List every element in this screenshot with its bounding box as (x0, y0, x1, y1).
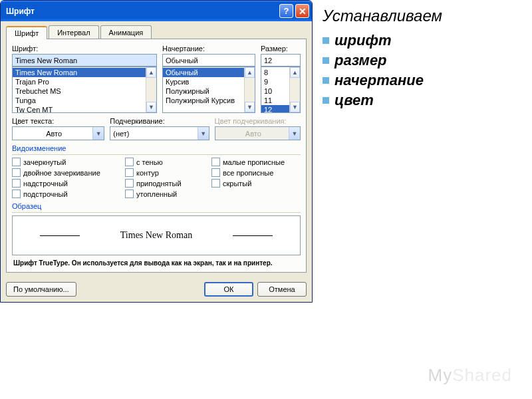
chevron-down-icon: ▼ (289, 127, 300, 140)
checkbox-icon (125, 179, 134, 188)
baseline-icon (233, 235, 273, 236)
scrollbar[interactable]: ▲ ▼ (146, 67, 156, 112)
checkbox-icon (211, 168, 220, 177)
check-outline[interactable]: контур (125, 168, 205, 177)
bullet-icon (323, 97, 329, 104)
slide-text: Устанавливаем шрифт размер начертание цв… (313, 0, 532, 399)
preview-text: Times New Roman (120, 230, 192, 241)
sample-section-label: Образец (12, 202, 301, 210)
font-hint: Шрифт TrueType. Он используется для выво… (13, 259, 301, 267)
tab-animation[interactable]: Анимация (100, 25, 152, 39)
chevron-down-icon[interactable]: ▼ (92, 127, 104, 140)
checkbox-icon (12, 158, 21, 166)
window-title: Шрифт (6, 7, 277, 16)
list-item[interactable]: Обычный (163, 68, 255, 77)
tab-interval[interactable]: Интервал (49, 25, 98, 39)
divider (12, 212, 301, 213)
tab-strip: Шрифт Интервал Анимация (6, 25, 307, 39)
cancel-button[interactable]: Отмена (257, 282, 307, 297)
list-item[interactable]: Times New Roman (13, 68, 156, 77)
list-item[interactable]: Курсив (163, 77, 255, 86)
tab-label: Анимация (109, 29, 144, 37)
slide-title: Устанавливаем (323, 7, 529, 25)
scroll-up-icon[interactable]: ▲ (146, 67, 156, 78)
text-color-combo[interactable]: Авто ▼ (12, 126, 104, 140)
list-item[interactable]: Trebuchet MS (13, 86, 156, 96)
watermark: MyShared (428, 365, 512, 386)
underline-label: Подчеркивание: (110, 117, 209, 125)
size-label: Размер: (261, 45, 301, 53)
check-strike[interactable]: зачеркнутый (12, 158, 118, 166)
tab-label: Интервал (57, 29, 90, 37)
ok-button[interactable]: ОК (204, 282, 253, 297)
preview-box: Times New Roman (12, 215, 301, 255)
combo-value: Авто (15, 130, 92, 138)
chevron-down-icon[interactable]: ▼ (198, 127, 209, 140)
check-smallcaps[interactable]: малые прописные (211, 158, 298, 166)
combo-value: Авто (218, 130, 289, 138)
check-shadow[interactable]: с тенью (125, 158, 205, 166)
slide-item: шрифт (323, 32, 529, 49)
size-input[interactable] (261, 54, 301, 66)
checkbox-icon (211, 158, 220, 166)
default-button[interactable]: По умолчанию... (6, 282, 76, 297)
slide-item: начертание (323, 72, 529, 89)
checkbox-icon (125, 158, 134, 166)
scrollbar[interactable]: ▲ ▼ (244, 67, 255, 112)
check-double-strike[interactable]: двойное зачеркивание (12, 168, 118, 177)
scroll-down-icon[interactable]: ▼ (245, 102, 255, 112)
bullet-icon (323, 57, 329, 64)
list-item[interactable]: Tw Cen MT (13, 105, 156, 112)
checkbox-icon (125, 168, 134, 177)
scroll-up-icon[interactable]: ▲ (290, 67, 300, 78)
baseline-icon (40, 235, 80, 236)
effects-section-label: Видоизменение (12, 144, 301, 152)
check-superscript[interactable]: надстрочный (12, 179, 118, 188)
dialog-buttons: По умолчанию... ОК Отмена (1, 278, 312, 302)
checkbox-icon (12, 190, 21, 198)
combo-value: (нет) (113, 130, 197, 138)
text-color-label: Цвет текста: (12, 117, 104, 125)
font-listbox[interactable]: Times New Roman Trajan Pro Trebuchet MS … (12, 66, 157, 113)
slide-item: размер (323, 52, 529, 69)
scroll-down-icon[interactable]: ▼ (146, 102, 156, 112)
close-icon: ✕ (299, 6, 307, 17)
underline-color-label: Цвет подчеркивания: (215, 117, 301, 125)
scrollbar[interactable]: ▲ ▼ (289, 67, 300, 112)
close-button[interactable]: ✕ (295, 4, 309, 18)
style-listbox[interactable]: Обычный Курсив Полужирный Полужирный Кур… (162, 66, 255, 113)
check-allcaps[interactable]: все прописные (211, 168, 298, 177)
tab-page-font: Шрифт: Times New Roman Trajan Pro Trebuc… (6, 39, 307, 273)
check-emboss[interactable]: приподнятый (125, 179, 205, 188)
check-hidden[interactable]: скрытый (211, 179, 298, 188)
checkbox-icon (12, 179, 21, 188)
style-input[interactable] (162, 54, 255, 66)
size-listbox[interactable]: 8 9 10 11 12 ▲ ▼ (261, 66, 301, 113)
bullet-icon (323, 37, 329, 44)
check-engrave[interactable]: утопленный (125, 190, 205, 198)
help-button[interactable]: ? (279, 4, 293, 18)
font-label: Шрифт: (12, 45, 157, 53)
font-input[interactable] (12, 54, 157, 66)
checkbox-icon (12, 168, 21, 177)
bullet-icon (323, 77, 329, 84)
titlebar[interactable]: Шрифт ? ✕ (1, 1, 312, 21)
tab-label: Шрифт (15, 29, 39, 37)
font-dialog-window: Шрифт ? ✕ Шрифт Интервал Анимация Шрифт: (0, 0, 313, 303)
underline-color-combo: Авто ▼ (215, 126, 301, 140)
check-subscript[interactable]: подстрочный (12, 190, 118, 198)
checkbox-icon (125, 190, 134, 198)
scroll-down-icon[interactable]: ▼ (290, 102, 300, 112)
list-item[interactable]: Trajan Pro (13, 77, 156, 86)
list-item[interactable]: Полужирный (163, 86, 255, 96)
tab-font[interactable]: Шрифт (6, 26, 47, 39)
divider (12, 154, 301, 155)
slide-item: цвет (323, 92, 529, 109)
underline-combo[interactable]: (нет) ▼ (110, 126, 209, 140)
scroll-up-icon[interactable]: ▲ (245, 67, 255, 78)
style-label: Начертание: (162, 45, 255, 53)
list-item[interactable]: Tunga (13, 96, 156, 105)
list-item[interactable]: Полужирный Курсив (163, 96, 255, 105)
checkbox-icon (211, 179, 220, 188)
effects-group: зачеркнутый двойное зачеркивание надстро… (12, 158, 301, 198)
